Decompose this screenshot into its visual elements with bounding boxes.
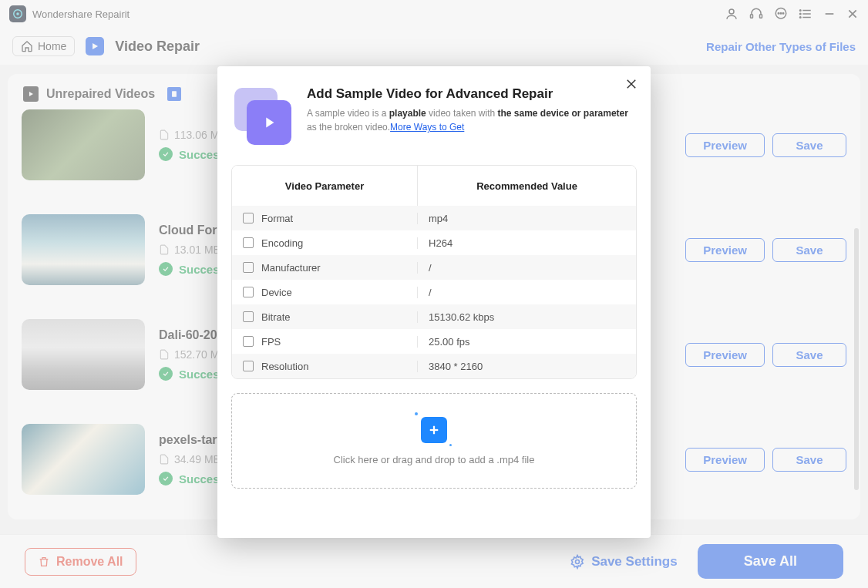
advanced-repair-modal: Add Sample Video for Advanced Repair A s… (217, 66, 651, 538)
svg-marker-24 (266, 118, 274, 128)
table-header: Video Parameter Recommended Value (232, 166, 636, 206)
col-parameter: Video Parameter (232, 166, 418, 206)
table-row: Bitrate15130.62 kbps (232, 304, 636, 329)
sample-video-icon (234, 88, 293, 146)
param-icon (243, 336, 254, 347)
col-value: Recommended Value (418, 180, 636, 192)
drop-zone[interactable]: Click here or drag and drop to add a .mp… (231, 393, 637, 489)
table-row: Manufacturer/ (232, 255, 636, 280)
more-ways-link[interactable]: More Ways to Get (390, 122, 464, 133)
param-icon (243, 262, 254, 273)
param-icon (243, 287, 254, 297)
add-file-icon (421, 417, 447, 443)
modal-title: Add Sample Video for Advanced Repair (307, 86, 634, 102)
table-row: FPS25.00 fps (232, 329, 636, 354)
close-icon[interactable] (624, 77, 638, 94)
param-icon (243, 213, 254, 223)
parameter-table: Video Parameter Recommended Value Format… (231, 165, 637, 379)
drop-zone-label: Click here or drag and drop to add a .mp… (334, 454, 535, 465)
param-icon (243, 361, 254, 371)
table-row: EncodingH264 (232, 230, 636, 255)
param-icon (243, 237, 254, 248)
modal-description: A sample video is a playable video taken… (307, 106, 634, 134)
table-row: Resolution3840 * 2160 (232, 354, 636, 378)
table-row: Device/ (232, 280, 636, 304)
table-row: Formatmp4 (232, 206, 636, 230)
param-icon (243, 311, 254, 322)
